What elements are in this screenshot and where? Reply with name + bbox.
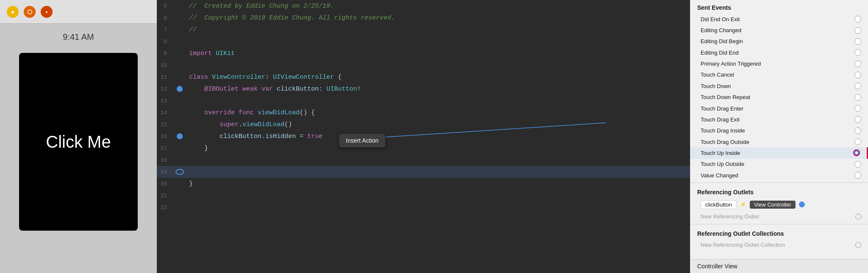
click-me-label: Click Me <box>46 132 111 152</box>
event-row-did-end-on-exit[interactable]: Did End On Exit <box>690 14 868 25</box>
event-row-editing-changed[interactable]: Editing Changed <box>690 25 868 36</box>
stop-icon: ● <box>8 7 17 17</box>
radio-did-end-on-exit[interactable] <box>854 16 861 22</box>
event-row-touch-up-outside[interactable]: Touch Up Outside <box>690 159 868 170</box>
referencing-outlets-title: Referencing Outlets <box>690 185 868 198</box>
radio-touch-cancel[interactable] <box>854 72 861 78</box>
radio-primary-action[interactable] <box>854 61 861 67</box>
simulator-time: 9:41 AM <box>63 32 94 42</box>
simulator-toolbar: ● ⬡ ▪ <box>0 0 157 24</box>
referencing-outlet-collections-title: Referencing Outlet Collections <box>690 226 868 240</box>
section-divider-1 <box>690 182 868 183</box>
code-line-12: 12 @IBOutlet weak var clickButton: UIBut… <box>157 83 690 95</box>
code-line-7: 7 // <box>157 24 690 36</box>
simulator-panel: ● ⬡ ▪ 9:41 AM Click Me <box>0 0 157 273</box>
new-referencing-outlet-collection-label: New Referencing Outlet Collection <box>701 242 785 248</box>
event-row-touch-drag-inside[interactable]: Touch Drag Inside <box>690 125 868 136</box>
toolbar-stop-btn[interactable]: ● <box>7 6 19 18</box>
outlet-target-label: View Controller <box>750 201 796 209</box>
event-row-editing-did-end[interactable]: Editing Did End <box>690 47 868 58</box>
radio-editing-did-begin[interactable] <box>854 38 861 45</box>
outlet-connection-indicator[interactable] <box>799 201 805 207</box>
radio-touch-drag-outside[interactable] <box>854 138 861 145</box>
action-connector <box>175 169 184 175</box>
code-line-22: 22 <box>157 201 690 213</box>
code-line-18: 18 <box>157 154 690 166</box>
simulator-screen: Click Me <box>19 53 138 231</box>
square-icon: ▪ <box>42 7 51 17</box>
new-referencing-outlet-collection-row[interactable]: New Referencing Outlet Collection <box>690 240 868 251</box>
section-divider-2 <box>690 224 868 224</box>
event-row-touch-down-repeat[interactable]: Touch Down Repeat <box>690 92 868 103</box>
radio-touch-drag-inside[interactable] <box>854 127 861 134</box>
radio-editing-did-end[interactable] <box>854 49 861 56</box>
radio-touch-down-repeat[interactable] <box>854 94 861 101</box>
outlet-row-click-button: clickButton ⚡ View Controller <box>690 198 868 211</box>
insert-action-tooltip[interactable]: Insert Action <box>339 134 385 147</box>
event-row-touch-drag-outside[interactable]: Touch Drag Outside <box>690 136 868 147</box>
code-line-8: 8 <box>157 36 690 47</box>
radio-touch-drag-exit[interactable] <box>854 116 861 123</box>
box-icon: ⬡ <box>25 7 34 17</box>
radio-touch-up-outside[interactable] <box>854 161 861 168</box>
controller-view-label: Controller View <box>697 263 737 270</box>
event-row-touch-drag-enter[interactable]: Touch Drag Enter <box>690 103 868 114</box>
event-row-value-changed[interactable]: Value Changed <box>690 170 868 181</box>
code-line-10: 10 <box>157 59 690 71</box>
code-line-11: 11 class ViewController: UIViewControlle… <box>157 71 690 83</box>
code-line-9: 9 import UIKit <box>157 47 690 59</box>
event-row-touch-drag-exit[interactable]: Touch Drag Exit <box>690 114 868 125</box>
radio-touch-drag-enter[interactable] <box>854 105 861 112</box>
editor-panel[interactable]: 5 // Created by Eddie Chung on 2/25/19. … <box>157 0 690 273</box>
code-line-20: 20 } <box>157 178 690 190</box>
outlet-connector-icon: ⚡ <box>740 201 746 207</box>
event-row-editing-did-begin[interactable]: Editing Did Begin <box>690 36 868 47</box>
radio-editing-changed[interactable] <box>854 27 861 34</box>
radio-touch-up-inside[interactable] <box>853 149 860 156</box>
right-panel: Sent Events Did End On Exit Editing Chan… <box>690 0 868 273</box>
code-line-14: 14 override func viewDidLoad() { <box>157 107 690 119</box>
code-line-6: 6 // Copyright © 2019 Eddie Chung. All r… <box>157 12 690 24</box>
code-line-16: 16 clickButton.isHidden = true <box>157 130 690 142</box>
breakpoint-indicator-2 <box>177 133 183 139</box>
sent-events-title: Sent Events <box>690 0 868 14</box>
radio-touch-down[interactable] <box>854 83 861 89</box>
toolbar-square-btn[interactable]: ▪ <box>41 6 53 18</box>
code-line-13: 13 <box>157 95 690 107</box>
new-referencing-outlet-label: New Referencing Outlet <box>701 213 759 220</box>
event-row-touch-cancel[interactable]: Touch Cancel <box>690 69 868 80</box>
new-collection-circle[interactable] <box>855 242 861 248</box>
event-row-touch-down[interactable]: Touch Down <box>690 80 868 91</box>
radio-value-changed[interactable] <box>854 172 861 179</box>
code-line-17: 17 } <box>157 142 690 154</box>
toolbar-box-btn[interactable]: ⬡ <box>24 6 36 18</box>
outlet-name: clickButton <box>701 200 737 209</box>
event-row-primary-action[interactable]: Primary Action Triggered <box>690 58 868 69</box>
editor-content: 5 // Created by Eddie Chung on 2/25/19. … <box>157 0 690 273</box>
code-line-21: 21 <box>157 190 690 201</box>
code-line-19: 19 <box>157 166 690 178</box>
controller-view-row: Controller View <box>690 259 868 273</box>
new-outlet-circle[interactable] <box>855 214 861 220</box>
breakpoint-indicator <box>177 86 183 92</box>
event-row-touch-up-inside[interactable]: Touch Up Inside <box>690 147 868 158</box>
code-line-15: 15 super.viewDidLoad() <box>157 119 690 130</box>
new-referencing-outlet-row[interactable]: New Referencing Outlet <box>690 211 868 222</box>
code-line-5: 5 // Created by Eddie Chung on 2/25/19. <box>157 0 690 12</box>
